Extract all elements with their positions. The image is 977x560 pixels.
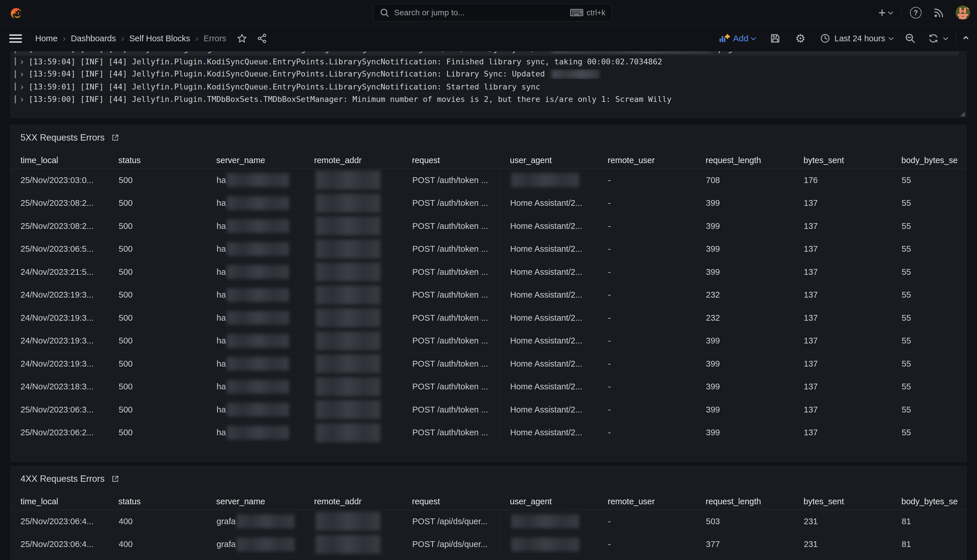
table-cell: 55	[892, 422, 967, 444]
share-icon[interactable]	[257, 33, 267, 43]
log-level-bar	[15, 83, 16, 91]
log-row[interactable]: ›[13:59:00] [INF] [44] Jellyfin.Plugin.T…	[13, 93, 959, 106]
table-cell: ha	[207, 352, 304, 375]
breadcrumb-item[interactable]: Dashboards	[71, 34, 116, 43]
table-row: 24/Nov/2023:19:3...500haPOST /auth/token…	[11, 307, 966, 330]
new-menu-button[interactable]: +	[878, 7, 892, 19]
breadcrumb-item[interactable]: Errors	[203, 34, 226, 43]
chevron-down-icon	[888, 9, 893, 15]
expand-chevron-icon[interactable]: ›	[19, 52, 25, 54]
dashboard-settings-button[interactable]: ⚙	[795, 32, 805, 45]
column-header[interactable]: remote_addr	[304, 493, 402, 510]
column-header[interactable]: status	[108, 493, 207, 510]
table-cell: POST /auth/token ...	[402, 422, 500, 444]
panel-title[interactable]: 5XX Requests Errors	[20, 132, 105, 143]
table-row: 25/Nov/2023:06:4...400grafaPOST /api/ds/…	[11, 510, 966, 533]
column-header[interactable]: server_name	[207, 152, 304, 168]
log-rows: ›[13:59:12] [INF] [70] Emby.Drawing.Imag…	[13, 52, 959, 115]
table-cell: 708	[696, 169, 794, 192]
breadcrumb-item[interactable]: Self Host Blocks	[129, 34, 190, 43]
table-cell: 399	[696, 192, 794, 215]
column-header[interactable]: remote_addr	[304, 152, 402, 168]
external-link-icon[interactable]	[111, 133, 120, 142]
table-cell: -	[598, 422, 696, 444]
table-cell: 500	[108, 215, 207, 238]
table-cell: ha	[207, 169, 304, 192]
column-header[interactable]: user_agent	[500, 493, 598, 510]
help-button[interactable]: ?	[910, 7, 922, 18]
table-row: 24/Nov/2023:19:3...500haPOST /auth/token…	[11, 330, 966, 353]
log-row[interactable]: ›[13:59:12] [INF] [70] Emby.Drawing.Imag…	[13, 52, 959, 55]
column-header[interactable]: body_bytes_se	[892, 152, 967, 168]
table-row: 24/Nov/2023:19:3...500haPOST /auth/token…	[11, 284, 966, 307]
table-cell: 399	[696, 330, 794, 352]
table-row: 25/Nov/2023:08:2...500haPOST /auth/token…	[11, 215, 966, 238]
log-line-text: [13:59:00] [INF] [44] Jellyfin.Plugin.TM…	[28, 95, 672, 103]
refresh-button[interactable]	[928, 33, 939, 44]
table-cell: 500	[108, 307, 207, 329]
panel-title[interactable]: 4XX Requests Errors	[20, 474, 105, 484]
table-cell: 55	[892, 169, 967, 192]
column-header[interactable]: remote_user	[598, 493, 696, 510]
table-row: 24/Nov/2023:21:5...500haPOST /auth/token…	[11, 261, 966, 284]
table-cell: -	[598, 192, 696, 215]
search-input[interactable]: Search or jump to... ⌨ ctrl+k	[373, 4, 612, 22]
table-cell: Home Assistant/2...	[500, 261, 598, 283]
log-row[interactable]: ›[13:59:04] [INF] [44] Jellyfin.Plugin.K…	[13, 55, 959, 68]
table-cell: 55	[892, 215, 967, 238]
time-range-picker[interactable]: Last 24 hours	[820, 33, 893, 43]
table-cell: 137	[794, 330, 892, 352]
expand-chevron-icon[interactable]: ›	[19, 57, 25, 67]
expand-chevron-icon[interactable]: ›	[19, 69, 25, 79]
log-line-text: [13:59:04] [INF] [44] Jellyfin.Plugin.Ko…	[28, 57, 662, 66]
5xx-errors-panel: 5XX Requests Errors time_localstatusserv…	[10, 125, 967, 462]
column-header[interactable]: time_local	[11, 152, 108, 168]
table-cell: 500	[108, 422, 207, 444]
save-dashboard-button[interactable]	[770, 33, 781, 44]
expand-chevron-icon[interactable]: ›	[19, 94, 25, 104]
table-cell: 81	[892, 510, 967, 533]
expand-chevron-icon[interactable]: ›	[19, 82, 25, 92]
clock-icon	[820, 33, 830, 43]
column-header[interactable]: time_local	[11, 493, 108, 510]
star-icon[interactable]	[237, 33, 247, 43]
table-cell: 500	[108, 192, 207, 215]
column-header[interactable]: request_length	[696, 152, 794, 168]
news-button[interactable]	[933, 7, 945, 18]
table-cell: Home Assistant/2...	[500, 422, 598, 444]
redacted-cell	[315, 377, 380, 396]
add-button[interactable]: Add	[719, 33, 755, 43]
column-header[interactable]: bytes_sent	[794, 493, 892, 510]
table-cell: POST /auth/token ...	[402, 192, 500, 215]
menu-toggle-button[interactable]	[9, 34, 22, 43]
column-header[interactable]: status	[108, 152, 207, 168]
table-cell: 400	[108, 533, 207, 556]
log-row[interactable]: ›[13:59:04] [INF] [44] Jellyfin.Plugin.K…	[13, 68, 959, 80]
grafana-logo-icon[interactable]	[9, 5, 24, 20]
panel-resize-handle[interactable]	[960, 112, 965, 116]
table-cell: POST /auth/token ...	[402, 375, 500, 398]
column-header[interactable]: request	[402, 152, 500, 168]
breadcrumb-actions	[237, 33, 267, 43]
column-header[interactable]: body_bytes_se	[892, 493, 967, 510]
column-header[interactable]: user_agent	[500, 152, 598, 168]
column-header[interactable]: request_length	[696, 493, 794, 510]
column-header[interactable]: request	[402, 493, 500, 510]
collapse-toolbar-button[interactable]	[964, 37, 968, 40]
log-row[interactable]: ›[13:59:01] [INF] [44] Jellyfin.Plugin.K…	[13, 80, 959, 93]
add-panel-icon	[719, 33, 730, 43]
breadcrumb-item[interactable]: Home	[35, 34, 57, 43]
table-cell: 55	[892, 307, 967, 329]
grafana-dashboard: Search or jump to... ⌨ ctrl+k + ?	[0, 0, 977, 560]
table-cell: 55	[892, 398, 967, 421]
column-header[interactable]: server_name	[207, 493, 304, 510]
zoom-out-button[interactable]	[905, 33, 916, 44]
log-line-text: [13:59:12] [INF] [70] Emby.Drawing.Image…	[28, 52, 732, 54]
time-range-label: Last 24 hours	[834, 34, 885, 43]
column-header[interactable]: bytes_sent	[794, 152, 892, 168]
user-avatar[interactable]	[955, 5, 970, 20]
refresh-interval-button[interactable]	[944, 37, 947, 40]
external-link-icon[interactable]	[111, 475, 120, 483]
column-header[interactable]: remote_user	[598, 152, 696, 168]
table-cell	[304, 375, 402, 398]
